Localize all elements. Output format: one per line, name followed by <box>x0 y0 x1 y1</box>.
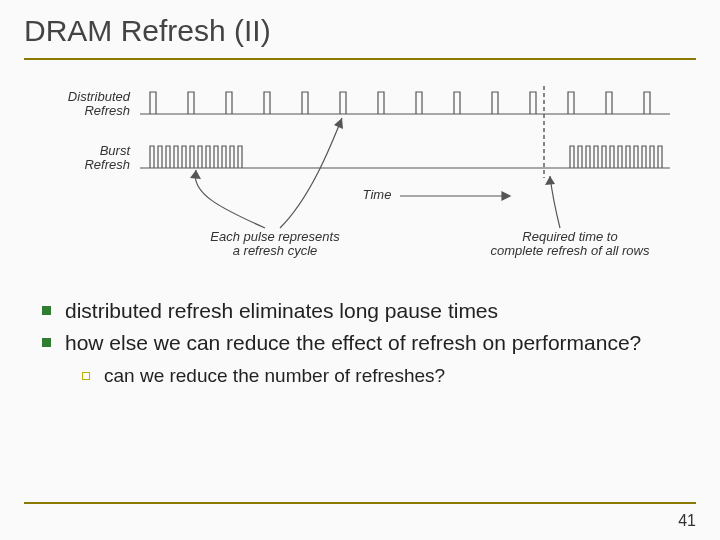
timing-diagram: DistributedRefresh BurstRefresh Time Eac… <box>40 78 680 278</box>
slide-title: DRAM Refresh (II) <box>24 14 696 56</box>
title-underline <box>24 58 696 60</box>
diagram-label-required: Required time tocomplete refresh of all … <box>470 230 670 259</box>
bullet-list: distributed refresh eliminates long paus… <box>42 298 696 387</box>
sub-bullet-item: can we reduce the number of refreshes? <box>82 365 696 387</box>
svg-marker-5 <box>190 170 201 179</box>
sub-bullet-marker-icon <box>82 372 90 380</box>
svg-marker-4 <box>502 192 510 200</box>
footer-rule <box>24 502 696 504</box>
bullet-item: distributed refresh eliminates long paus… <box>42 298 696 324</box>
bullet-text: distributed refresh eliminates long paus… <box>65 298 498 324</box>
diagram-label-time: Time <box>354 188 400 202</box>
svg-marker-7 <box>545 176 555 185</box>
diagram-label-burst: BurstRefresh <box>76 144 130 173</box>
sub-bullet-text: can we reduce the number of refreshes? <box>104 365 445 387</box>
bullet-text: how else we can reduce the effect of ref… <box>65 330 641 356</box>
bullet-item: how else we can reduce the effect of ref… <box>42 330 696 356</box>
page-number: 41 <box>678 512 696 530</box>
bullet-marker-icon <box>42 306 51 315</box>
diagram-label-pulse: Each pulse representsa refresh cycle <box>190 230 360 259</box>
diagram-label-distributed: DistributedRefresh <box>50 90 130 119</box>
bullet-marker-icon <box>42 338 51 347</box>
